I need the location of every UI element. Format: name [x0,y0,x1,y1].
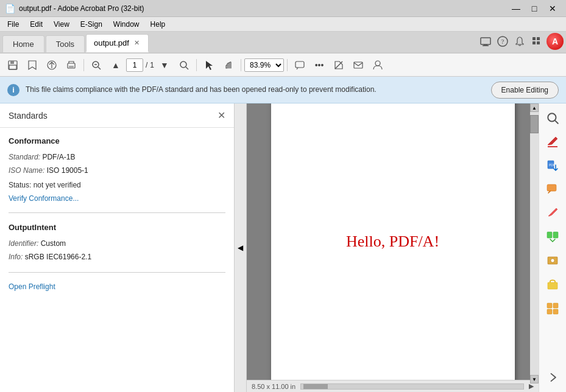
pdf-scroll-container[interactable]: ▲ ▼ Hello, PDF/A! [247,103,539,380]
toolbar-separator-1 [83,59,84,71]
menu-esign[interactable]: E-Sign [76,19,107,30]
info-bar: i This file claims compliance with the P… [0,77,566,103]
svg-rect-14 [69,66,74,68]
iso-field: ISO Name: ISO 19005-1 [9,165,225,176]
comment-button[interactable] [291,57,309,74]
svg-rect-20 [295,61,304,68]
menu-help[interactable]: Help [146,19,171,30]
organize-sidebar-button[interactable] [542,226,564,248]
svg-rect-35 [547,303,552,308]
standards-panel: Standards ✕ Conformance Standard: PDF/A-… [0,103,235,392]
right-sidebar: PDF [539,103,566,392]
enable-editing-button[interactable]: Enable Editing [491,82,559,99]
info-icon: i [7,84,19,96]
svg-rect-29 [547,184,556,191]
adobe-account-icon[interactable]: A [547,33,564,50]
find-button[interactable] [175,57,193,74]
standard-label: Standard: [9,153,40,161]
redact-button[interactable] [330,57,348,74]
tab-home[interactable]: Home [2,35,44,52]
tab-bar: Home Tools output.pdf ✕ ? [0,32,566,54]
vertical-scroll-thumb[interactable] [530,115,539,133]
conformance-title: Conformance [9,136,225,145]
app-icon: 📄 [5,4,15,13]
verify-conformance-link[interactable]: Verify Conformance... [9,194,79,203]
zoom-out-button[interactable] [87,57,105,74]
menu-file[interactable]: File [2,19,24,30]
close-button[interactable]: ✕ [544,0,561,17]
horizontal-scrollbar[interactable] [300,383,524,390]
title-bar: 📄 output.pdf - Adobe Acrobat Pro (32-bit… [0,0,566,17]
page-separator: / [146,61,147,69]
menu-view[interactable]: View [49,19,74,30]
next-page-button[interactable]: ▼ [155,57,174,74]
pdf-content-text: Hello, PDF/A! [346,233,439,251]
collapse-panel-button[interactable]: ◀ [235,103,247,392]
maximize-button[interactable]: □ [526,0,543,17]
svg-rect-0 [481,38,490,44]
share-button[interactable] [43,57,61,74]
svg-line-21 [335,61,342,69]
horizontal-scroll-thumb[interactable] [303,384,328,389]
minimize-button[interactable]: — [508,0,525,17]
svg-line-19 [186,67,188,69]
export-sidebar-button[interactable]: PDF [542,155,564,177]
prev-page-button[interactable]: ▲ [107,57,125,74]
tab-close-button[interactable]: ✕ [133,39,141,47]
scroll-down-button[interactable]: ▼ [530,375,539,380]
apps-icon[interactable] [529,34,544,49]
email-button[interactable] [349,57,367,74]
page-navigation: 1 / 1 [126,58,154,72]
fill-sign-sidebar-button[interactable] [542,131,564,153]
main-content: Standards ✕ Conformance Standard: PDF/A-… [0,103,566,392]
info-message: This file claims compliance with the PDF… [26,85,485,95]
zoom-select[interactable]: 83.9% [244,58,284,72]
toolbar-separator-2 [196,59,197,71]
more-tools-button[interactable]: ••• [310,57,328,74]
more-sidebar-button[interactable] [542,297,564,319]
svg-rect-37 [547,309,552,314]
protect-sidebar-button[interactable] [542,273,564,295]
print-button[interactable] [62,57,80,74]
account-button[interactable] [369,57,387,74]
svg-line-25 [555,121,558,124]
iso-value: ISO 19005-1 [47,166,88,175]
select-tool-button[interactable] [200,57,218,74]
edit-sidebar-button[interactable] [542,202,564,224]
comment-sidebar-button[interactable] [542,178,564,200]
collapse-sidebar-button[interactable] [542,366,564,388]
svg-line-17 [98,67,101,69]
identifier-field: Identifier: Custom [9,238,225,249]
help-icon[interactable]: ? [495,34,510,49]
panel-close-button[interactable]: ✕ [218,110,225,121]
status-value: not yet verified [34,181,81,189]
menu-window[interactable]: Window [108,19,144,30]
svg-rect-6 [537,37,540,40]
open-preflight-link[interactable]: Open Preflight [9,282,55,291]
info-value: sRGB IEC61966-2.1 [25,253,91,261]
info-label: Info: [9,253,23,261]
notification-icon[interactable] [512,34,527,49]
svg-rect-34 [548,282,557,289]
save-button[interactable] [4,57,22,74]
panel-divider-2 [9,272,225,273]
pdf-bottom-bar: 8.50 x 11.00 in ▶ [247,380,539,392]
search-sidebar-button[interactable] [542,107,564,129]
pdf-view-area: ▲ ▼ Hello, PDF/A! 8.50 x 11.00 in ▶ [247,103,539,392]
tab-file[interactable]: output.pdf ✕ [86,34,149,52]
tab-tools[interactable]: Tools [46,35,85,52]
page-number-input[interactable]: 1 [126,58,143,72]
bookmark-button[interactable] [23,57,41,74]
hand-tool-button[interactable] [219,57,238,74]
svg-rect-8 [537,41,540,44]
svg-rect-22 [354,62,363,68]
vertical-scrollbar[interactable]: ▲ ▼ [530,103,539,380]
panel-divider-1 [9,212,225,213]
menu-edit[interactable]: Edit [25,19,48,30]
screen-share-icon[interactable] [478,34,493,49]
svg-rect-11 [9,65,16,69]
identifier-value: Custom [41,239,66,248]
panel-body: Conformance Standard: PDF/A-1B ISO Name:… [0,128,234,299]
scroll-up-button[interactable]: ▲ [530,103,539,112]
enhance-sidebar-button[interactable] [542,250,564,271]
